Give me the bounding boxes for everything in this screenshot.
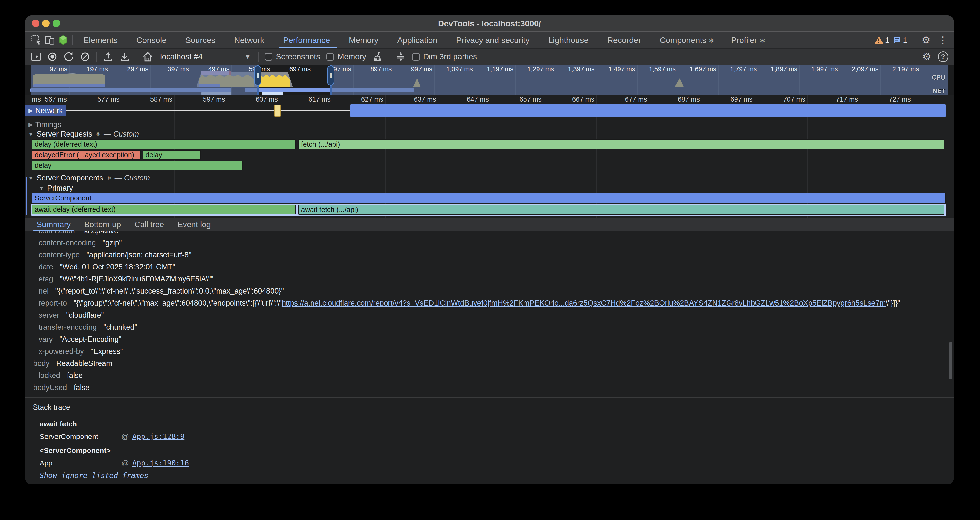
timeline-overview[interactable]: 97 ms197 ms297 ms397 ms497 ms597 ms697 m… <box>25 65 954 95</box>
toggle-sidebar-icon[interactable] <box>29 50 43 64</box>
details-tab[interactable]: Call tree <box>127 218 171 231</box>
header-row: date"Wed, 01 Oct 2025 18:32:01 GMT" <box>25 261 954 273</box>
header-value: "gzip" <box>103 239 122 247</box>
flame-chart[interactable]: ms 567 ms577 ms587 ms597 ms607 ms617 ms6… <box>25 95 954 218</box>
flame-tracks: ▶ Network ▶ Timings ▼ Server Requests ⚛ … <box>25 104 954 218</box>
compress-timeline-icon[interactable] <box>394 50 408 64</box>
flame-bar-fetch-api-[interactable]: fetch (.../api) <box>298 139 945 149</box>
selection-handle-left[interactable]: ‖ <box>254 65 261 86</box>
report-endpoint-link[interactable]: https://a.nel.cloudflare.com/report/v4?s… <box>282 299 886 307</box>
flame-bar-netline[interactable] <box>36 110 350 111</box>
capture-settings-gear-icon[interactable]: ⚙ <box>920 50 934 64</box>
panel-tab[interactable]: Components⚛ <box>652 32 723 48</box>
performance-toolbar: localhost #4 ▼ Screenshots Memory Dim 3 <box>25 48 954 65</box>
inspect-element-icon[interactable] <box>29 34 43 46</box>
property-row: bodyReadableStream <box>25 358 954 369</box>
panel-tab-label: Console <box>137 35 167 45</box>
disclosure-triangle-icon: ▼ <box>38 185 45 191</box>
settings-gear-icon[interactable]: ⚙ <box>919 34 933 46</box>
header-row: nel"{\"report_to\":\"cf-nel\",\"success_… <box>25 285 954 297</box>
details-tab[interactable]: Event log <box>171 218 218 231</box>
panel-tab[interactable]: Elements <box>75 32 128 48</box>
flame-bar-netbar[interactable] <box>350 105 945 117</box>
panel-tab[interactable]: Sources <box>177 32 226 48</box>
flame-bar-servercomponent[interactable]: ServerComponent <box>32 193 945 203</box>
flame-bar-delayederror-ayed-exception-[interactable]: delayedError (...ayed exception) <box>32 150 141 160</box>
show-ignore-listed-frames-link[interactable]: Show ignore-listed frames <box>25 469 954 482</box>
header-key: transfer-encoding <box>38 323 97 331</box>
screenshots-checkbox[interactable]: Screenshots <box>265 52 320 61</box>
device-toolbar-icon[interactable] <box>43 34 56 46</box>
header-value: "chunked" <box>103 323 137 331</box>
flame-bar-label: delay <box>32 161 242 170</box>
kebab-menu-icon[interactable]: ⋮ <box>936 34 950 46</box>
axis-tick-label: 717 ms <box>802 95 858 103</box>
history-select-value: localhost #4 <box>160 52 202 61</box>
details-tab[interactable]: Summary <box>30 218 77 231</box>
react-atom-icon: ⚛ <box>709 37 715 45</box>
history-select[interactable]: localhost #4 ▼ <box>157 50 254 64</box>
track-drag-grip[interactable] <box>54 108 57 114</box>
warnings-badge[interactable]: 1 <box>874 36 889 45</box>
home-icon[interactable] <box>141 50 155 64</box>
stack-trace-section: Stack trace await fetch ServerComponent@… <box>25 401 954 482</box>
panel-tab[interactable]: Network <box>226 32 275 48</box>
source-location-link[interactable]: App.js:190:16 <box>132 459 189 467</box>
panel-tab[interactable]: Profiler⚛ <box>723 32 774 48</box>
overview-axis-labels: 97 ms197 ms297 ms397 ms497 ms597 ms697 m… <box>31 65 948 95</box>
ruler-labels: 567 ms577 ms587 ms597 ms607 ms617 ms627 … <box>31 95 948 104</box>
header-key: etag <box>38 275 53 283</box>
property-key: bodyUsed <box>33 383 67 392</box>
messages-badge[interactable]: 1 <box>893 36 907 45</box>
server-components-row[interactable]: await delay (deferred text)await fetch (… <box>31 205 948 215</box>
panel-tab[interactable]: Performance <box>275 32 341 48</box>
section-server-components[interactable]: ▼ Server Components ⚛ — Custom <box>25 174 150 182</box>
download-profile-icon[interactable] <box>118 50 132 64</box>
record-and-reload-icon[interactable] <box>62 50 76 64</box>
panel-tab[interactable]: Privacy and security <box>448 32 540 48</box>
track-timings[interactable]: ▶ Timings <box>25 119 65 130</box>
help-icon[interactable]: ? <box>936 50 950 64</box>
details-tab[interactable]: Bottom-up <box>77 218 127 231</box>
track-network[interactable]: ▶ Network <box>25 105 66 116</box>
panel-tab-label: Lighthouse <box>548 35 589 45</box>
disclosure-triangle-icon: ▼ <box>28 175 34 181</box>
clear-icon[interactable] <box>78 50 92 64</box>
flame-bar-delay-deferred-text-[interactable]: delay (deferred text) <box>32 139 296 149</box>
server-requests-row[interactable]: delay (deferred text)fetch (.../api) <box>31 139 948 149</box>
separator <box>136 52 137 62</box>
server-requests-row[interactable]: delayedError (...ayed exception)delay <box>31 150 948 160</box>
details-scrollbar-thumb[interactable] <box>949 342 952 379</box>
flame-bar-await-fetch-api-[interactable]: await fetch (.../api) <box>298 205 945 215</box>
record-icon[interactable] <box>45 50 59 64</box>
section-title: Primary <box>47 184 73 192</box>
panel-tab[interactable]: Console <box>128 32 177 48</box>
flame-bar-await-delay-deferred-text-[interactable]: await delay (deferred text) <box>32 205 296 214</box>
server-components-row[interactable]: ServerComponent <box>31 193 948 203</box>
flame-bar-delay[interactable]: delay <box>32 161 243 170</box>
selection-handle-right[interactable]: ‖ <box>327 65 334 86</box>
section-server-requests[interactable]: ▼ Server Requests ⚛ — Custom <box>25 130 139 138</box>
collect-garbage-icon[interactable] <box>371 50 385 64</box>
flame-bar-label: delayedError (...ayed exception) <box>32 151 140 159</box>
memory-checkbox[interactable]: Memory <box>326 52 366 61</box>
flame-bar-delay[interactable]: delay <box>143 150 200 160</box>
summary-details-pane[interactable]: connection"keep-alive" content-encoding"… <box>25 231 954 484</box>
flame-bar-candle[interactable] <box>274 105 281 117</box>
server-requests-row[interactable]: delay <box>31 161 948 170</box>
panel-tab[interactable]: Lighthouse <box>540 32 599 48</box>
extension-icon[interactable] <box>56 34 70 46</box>
dim-3rd-parties-checkbox[interactable]: Dim 3rd parties <box>412 52 477 61</box>
panel-tab[interactable]: Application <box>389 32 448 48</box>
panel-tab-label: Recorder <box>607 35 641 45</box>
network-lane[interactable] <box>31 104 948 117</box>
property-key: body <box>33 359 49 367</box>
section-primary[interactable]: ▼ Primary <box>36 184 73 192</box>
panel-tab[interactable]: Recorder <box>599 32 652 48</box>
axis-tick-label: 707 ms <box>749 95 805 103</box>
upload-profile-icon[interactable] <box>101 50 115 64</box>
source-location-link[interactable]: App.js:128:9 <box>132 432 185 440</box>
at-symbol: @ <box>121 459 129 467</box>
panel-tab[interactable]: Memory <box>341 32 389 48</box>
details-tab-label: Bottom-up <box>84 220 121 229</box>
